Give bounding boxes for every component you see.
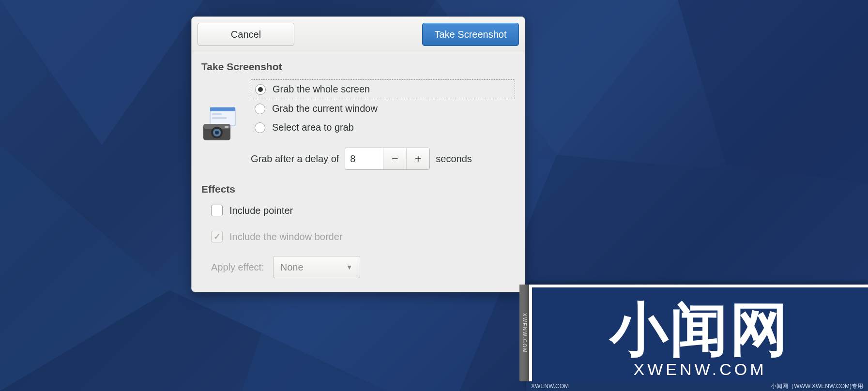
radio-current-window[interactable]: Grab the current window	[250, 99, 515, 118]
svg-point-16	[215, 131, 219, 135]
watermark-side-label: XWENW.COM	[519, 285, 529, 381]
svg-rect-10	[212, 113, 222, 115]
checkbox-icon	[211, 231, 223, 242]
radio-icon	[255, 84, 266, 95]
delay-row: Grab after a delay of − + seconds	[251, 148, 515, 170]
watermark-title: 小闻网	[610, 300, 790, 358]
checkbox-label: Include the window border	[229, 231, 342, 242]
radio-label: Grab the whole screen	[273, 84, 370, 95]
radio-select-area[interactable]: Select area to grab	[250, 118, 515, 137]
radio-label: Select area to grab	[272, 122, 354, 133]
include-border-checkbox: Include the window border	[201, 228, 515, 245]
screenshot-dialog: Cancel Take Screenshot Take Screenshot	[191, 16, 525, 292]
checkbox-label: Include pointer	[229, 205, 293, 216]
section-title-effects: Effects	[201, 183, 515, 195]
watermark-box: 小闻网 XWENW.COM	[529, 285, 868, 391]
delay-spinbutton: − +	[345, 148, 430, 170]
radio-icon	[255, 104, 265, 114]
apply-effect-combobox: None ▼	[273, 256, 360, 278]
svg-rect-11	[212, 117, 227, 119]
apply-effect-label: Apply effect:	[211, 262, 264, 273]
svg-marker-3	[678, 0, 868, 184]
svg-marker-0	[0, 0, 203, 145]
combobox-value: None	[280, 262, 304, 273]
take-screenshot-section: Take Screenshot	[201, 61, 515, 170]
svg-rect-17	[225, 126, 228, 128]
watermark-subtitle: XWENW.COM	[634, 360, 767, 379]
cancel-button[interactable]: Cancel	[198, 23, 294, 46]
svg-rect-9	[210, 107, 235, 111]
take-screenshot-button[interactable]: Take Screenshot	[422, 23, 519, 46]
checkbox-icon	[211, 205, 223, 216]
apply-effect-row: Apply effect: None ▼	[201, 256, 515, 278]
effects-section: Effects Include pointer Include the wind…	[201, 183, 515, 278]
header-bar: Cancel Take Screenshot	[192, 17, 525, 52]
camera-icon	[201, 105, 240, 145]
radio-whole-screen[interactable]: Grab the whole screen	[250, 79, 515, 99]
delay-prefix-label: Grab after a delay of	[251, 153, 339, 165]
radio-label: Grab the current window	[272, 103, 378, 114]
section-title-screenshot: Take Screenshot	[201, 61, 515, 73]
delay-decrement-button[interactable]: −	[383, 148, 406, 169]
chevron-down-icon: ▼	[346, 263, 353, 271]
radio-icon	[255, 122, 265, 133]
watermark-footer-right: 小闻网（WWW.XWENW.COM)专用	[771, 382, 863, 391]
delay-suffix-label: seconds	[436, 153, 472, 165]
watermark-footer-left: XWENW.COM	[531, 383, 569, 390]
include-pointer-checkbox[interactable]: Include pointer	[201, 202, 515, 219]
delay-input[interactable]	[345, 148, 383, 169]
delay-increment-button[interactable]: +	[406, 148, 429, 169]
watermark-footer: XWENW.COM 小闻网（WWW.XWENW.COM)专用	[526, 381, 868, 391]
